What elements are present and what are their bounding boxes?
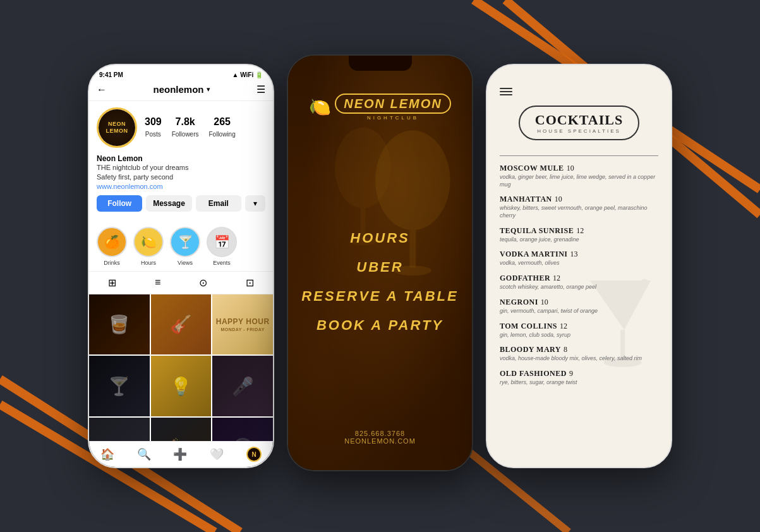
notch-2 [349, 56, 412, 71]
cocktail-name: TOM COLLINS [500, 322, 557, 331]
location-tab[interactable]: ⊙ [199, 277, 207, 289]
cocktail-item-7: TOM COLLINS 12 gin, lemon, club soda, sy… [500, 322, 658, 339]
bio-link[interactable]: www.neonlemon.com [97, 183, 265, 190]
cocktail-desc: scotch whiskey, amaretto, orange peel [500, 284, 658, 291]
grid-item-1[interactable]: 🥃 [89, 294, 150, 355]
menu-logo-oval: COCKTAILS HOUSE SPECIALTIES [519, 106, 639, 140]
follow-button[interactable]: Follow [97, 195, 142, 212]
highlight-circle-events: 📅 [207, 227, 237, 257]
cocktail-name: MOSCOW MULE [500, 164, 564, 173]
cocktail-desc: vodka, house-made bloody mix, olives, ce… [500, 355, 658, 363]
menu-icon[interactable]: ☰ [256, 83, 265, 95]
ig-stats: 309 Posts 7.8k Followers 265 Following [145, 116, 236, 139]
ig-header: ← neonlemon ▾ ☰ [89, 81, 273, 101]
nl-footer: 825.668.3768 NEONLEMON.COM [344, 430, 416, 445]
more-button[interactable]: ▾ [245, 195, 265, 212]
highlight-label-drinks: Drinks [104, 260, 120, 266]
menu-logo-cocktails: COCKTAILS [535, 112, 623, 128]
tagged-tab[interactable]: ⊡ [246, 277, 254, 289]
nl-logo-sub: NIGHTCLUB [335, 115, 451, 121]
cocktail-item-1: MOSCOW MULE 10 vodka, ginger beer, lime … [500, 164, 658, 188]
cocktail-name: TEQUILA SUNRISE [500, 226, 574, 236]
home-nav[interactable]: 🏠 [100, 447, 114, 461]
hamburger-menu[interactable] [500, 88, 512, 95]
nl-logo-box: NEON LEMON [335, 94, 451, 114]
search-nav[interactable]: 🔍 [137, 447, 151, 461]
username-dropdown[interactable]: ▾ [207, 85, 210, 94]
menu-content-area: MOSCOW MULE 10 vodka, ginger beer, lime … [500, 164, 658, 387]
ig-profile-top: NEON LEMON 309 Posts 7.8k Followers [97, 107, 265, 148]
cocktail-name-price-row: VODKA MARTINI 13 [500, 250, 658, 259]
cocktail-item-9: OLD FASHIONED 9 rye, bitters, sugar, ora… [500, 369, 658, 387]
nl-logo-main: NEON LEMON [344, 97, 442, 110]
menu-header-bar [500, 84, 658, 95]
cocktail-desc: tequila, orange juice, grenadine [500, 236, 658, 244]
ig-actions: Follow Message Email ▾ [97, 195, 265, 212]
cocktail-price: 12 [560, 322, 567, 331]
cocktail-name-price-row: OLD FASHIONED 9 [500, 369, 658, 378]
cocktail-desc: gin, lemon, club soda, syrup [500, 332, 658, 339]
posts-label: Posts [145, 131, 161, 138]
instagram-screen: 9:41 PM ▲ WiFi 🔋 ← neonlemon ▾ ☰ NEON [89, 65, 273, 467]
stat-followers: 7.8k Followers [172, 116, 199, 139]
cocktail-name-price-row: MOSCOW MULE 10 [500, 164, 658, 173]
ig-highlights: 🍊 Drinks 🍋 Hours 🍸 Views 📅 Events [89, 224, 273, 272]
nl-nav-party[interactable]: BOOK A PARTY [317, 317, 443, 334]
grid-item-3[interactable]: HAPPY HOUR MONDAY - FRIDAY [212, 294, 273, 355]
menu-logo-area: COCKTAILS HOUSE SPECIALTIES [500, 106, 658, 148]
cocktail-name: GODFATHER [500, 274, 550, 283]
highlight-hours[interactable]: 🍋 Hours [133, 227, 164, 266]
cocktail-price: 8 [564, 345, 567, 354]
ig-profile-section: NEON LEMON 309 Posts 7.8k Followers [89, 101, 273, 224]
cocktail-name-price-row: GODFATHER 12 [500, 274, 658, 283]
cocktail-desc: rye, bitters, sugar, orange twist [500, 379, 658, 387]
grid-tab[interactable]: ⊞ [108, 277, 116, 289]
cocktail-name-price-row: BLOODY MARY 8 [500, 345, 658, 354]
cocktail-item-5: GODFATHER 12 scotch whiskey, amaretto, o… [500, 274, 658, 291]
grid-item-2[interactable]: 🎸 [151, 294, 212, 355]
list-tab[interactable]: ≡ [155, 277, 160, 289]
stat-posts: 309 Posts [145, 116, 162, 139]
following-label: Following [209, 131, 236, 138]
cocktail-desc: whiskey, bitters, sweet vermouth, orange… [500, 205, 658, 219]
cocktail-price: 10 [555, 195, 562, 204]
cocktail-name: MANHATTAN [500, 195, 552, 204]
menu-logo-sub: HOUSE SPECIALTIES [535, 128, 623, 134]
cocktail-item-3: TEQUILA SUNRISE 12 tequila, orange juice… [500, 226, 658, 244]
cocktail-name-price-row: NEGRONI 10 [500, 298, 658, 307]
nl-nav-uber[interactable]: UBER [356, 259, 403, 275]
cocktail-price: 12 [553, 274, 560, 283]
grid-item-4[interactable]: 🍸 [89, 356, 150, 416]
bio-line1: THE nightclub of your dreams [97, 163, 265, 172]
highlight-label-hours: Hours [141, 260, 156, 266]
avatar: NEON LEMON [97, 107, 137, 148]
status-icons: ▲ WiFi 🔋 [232, 71, 263, 78]
nl-nav-reserve[interactable]: RESERVE A TABLE [301, 288, 458, 305]
highlight-events[interactable]: 📅 Events [207, 227, 237, 266]
highlight-drinks[interactable]: 🍊 Drinks [97, 227, 127, 266]
notch-3 [548, 65, 611, 80]
highlight-views[interactable]: 🍸 Views [170, 227, 200, 266]
nl-logo-icon: 🍋 [309, 97, 331, 118]
add-nav[interactable]: ➕ [173, 447, 187, 461]
heart-nav[interactable]: 🤍 [210, 447, 224, 461]
highlight-label-events: Events [213, 260, 231, 266]
cocktail-name: BLOODY MARY [500, 345, 561, 354]
message-button[interactable]: Message [146, 195, 191, 212]
bio-name: Neon Lemon [97, 154, 265, 163]
grid-item-6[interactable]: 🎤 [212, 356, 273, 416]
back-icon[interactable]: ← [97, 84, 107, 95]
email-button[interactable]: Email [196, 195, 241, 212]
following-count: 265 [209, 116, 236, 128]
nl-logo-area: 🍋 NEON LEMON NIGHTCLUB [309, 94, 451, 121]
cocktail-desc: vodka, ginger beer, lime juice, lime wed… [500, 174, 658, 188]
grid-item-5[interactable]: 💡 [151, 356, 212, 416]
nl-nav-links: HOURS UBER RESERVE A TABLE BOOK A PARTY [301, 230, 458, 334]
nl-nav-hours[interactable]: HOURS [350, 230, 409, 246]
highlight-circle-drinks: 🍊 [97, 227, 127, 257]
profile-nav[interactable]: N [246, 447, 262, 462]
phone-instagram: 9:41 PM ▲ WiFi 🔋 ← neonlemon ▾ ☰ NEON [88, 64, 274, 468]
cocktail-price: 12 [576, 226, 584, 236]
cocktail-item-4: VODKA MARTINI 13 vodka, vermouth, olives [500, 250, 658, 267]
cocktail-name-price-row: TOM COLLINS 12 [500, 322, 658, 331]
